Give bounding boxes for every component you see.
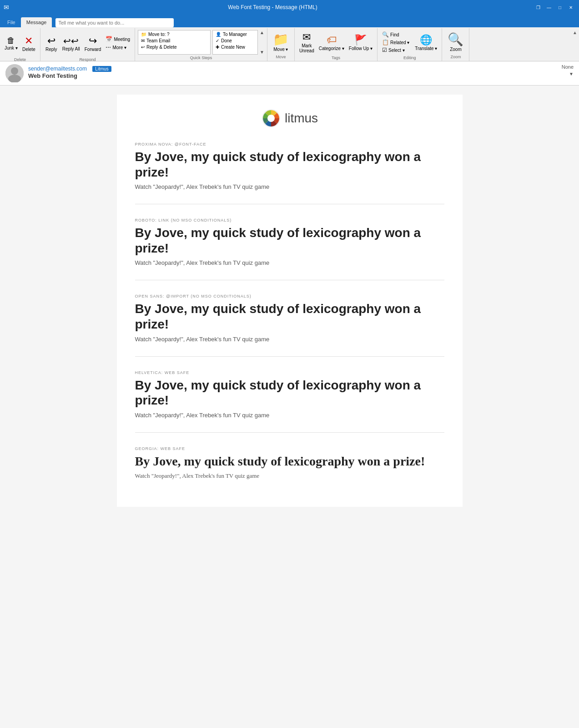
forward-button[interactable]: ↪ Forward [83, 30, 103, 56]
quick-step-move[interactable]: 📁 Move to: ? [139, 31, 209, 37]
quick-step-team-email[interactable]: ✉ Team Email [139, 38, 209, 44]
font-section-georgia: GEORGIA: WEB SAFE By Jove, my quick stud… [135, 446, 444, 494]
sender-avatar [5, 64, 24, 82]
ribbon-section: 🗑 Junk ▾ ✕ Delete Delete ↩ Reply ↩↩ [0, 28, 579, 61]
georgia-subtext: Watch "Jeopardy!", Alex Trebek's fun TV … [135, 472, 444, 480]
more-button[interactable]: ⋯ More ▾ [104, 44, 132, 51]
quick-steps-panel: 📁 Move to: ? ✉ Team Email ↩ Reply & Dele… [138, 30, 211, 55]
email-info: sender@emailtests.com Litmus Web Font Te… [28, 64, 557, 79]
georgia-heading: By Jove, my quick study of lexicography … [135, 454, 444, 469]
respond-group-label: Respond [79, 57, 96, 62]
opensans-label: OPEN SANS: @IMPORT (NO MSO CONDITIONALS) [135, 294, 444, 298]
find-button[interactable]: 🔍 Find [380, 31, 411, 38]
zoom-group: 🔍 Zoom Zoom [442, 28, 469, 61]
sender-tag: Litmus [92, 66, 111, 72]
minimize-button[interactable]: — [544, 3, 554, 12]
tab-search-area [55, 18, 574, 27]
ribbon: 🗑 Junk ▾ ✕ Delete Delete ↩ Reply ↩↩ [0, 27, 579, 61]
delete-group-label: Delete [14, 57, 26, 62]
mark-unread-button[interactable]: ✉ MarkUnread [297, 30, 316, 55]
email-sender-line: sender@emailtests.com Litmus [28, 64, 557, 72]
email-subject: Web Font Testing [28, 72, 557, 79]
quick-step-done[interactable]: ✓ Done [214, 38, 257, 44]
proxima-label: PROXIMA NOVA: @FONT-FACE [135, 142, 444, 147]
roboto-label: ROBOTO: LINK (NO MSO CONDITIONALS) [135, 218, 444, 222]
opensans-subtext: Watch "Jeopardy!", Alex Trebek's fun TV … [135, 336, 444, 343]
close-button[interactable]: ✕ [566, 3, 575, 12]
georgia-label: GEORGIA: WEB SAFE [135, 446, 444, 451]
tab-message[interactable]: Message [21, 17, 52, 27]
svg-point-4 [267, 115, 275, 122]
reply-button[interactable]: ↩ Reply [43, 30, 60, 56]
related-button[interactable]: 📋 Related ▾ [380, 39, 411, 46]
zoom-button[interactable]: 🔍 Zoom [445, 30, 466, 54]
opensans-heading: By Jove, my quick study of lexicography … [135, 301, 444, 332]
move-label: Move [276, 55, 286, 59]
quick-steps-label: Quick Steps [190, 56, 212, 60]
quick-step-create-new[interactable]: ✚ Create New [214, 44, 257, 50]
sender-email: sender@emailtests.com [28, 66, 87, 72]
app-icon: ✉ [4, 4, 9, 11]
proxima-heading: By Jove, my quick study of lexicography … [135, 149, 444, 180]
reply-all-button[interactable]: ↩↩ Reply All [60, 30, 82, 56]
window-controls: ❐ — □ ✕ [534, 3, 575, 12]
respond-group: ↩ Reply ↩↩ Reply All ↪ Forward 📅 Meeting [40, 28, 135, 61]
quick-step-to-manager[interactable]: 👤 To Manager [214, 31, 257, 37]
title-bar: ✉ Web Font Testing - Message (HTML) ❐ — … [0, 0, 579, 15]
litmus-logo: litmus [135, 108, 444, 128]
email-expand-button[interactable]: ▼ [569, 71, 574, 76]
ribbon-collapse-button[interactable]: ▲ [573, 28, 579, 61]
font-section-roboto: ROBOTO: LINK (NO MSO CONDITIONALS) By Jo… [135, 218, 444, 280]
email-content: litmus PROXIMA NOVA: @FONT-FACE By Jove,… [0, 86, 579, 728]
email-header-right: None ▼ [562, 64, 574, 76]
search-input[interactable] [55, 18, 174, 27]
email-none-label: None [562, 64, 574, 70]
quick-step-reply-delete[interactable]: ↩ Reply & Delete [139, 44, 209, 50]
roboto-subtext: Watch "Jeopardy!", Alex Trebek's fun TV … [135, 259, 444, 266]
move-group: 📁 Move ▾ Move [267, 28, 295, 61]
quick-steps-up[interactable]: ▲ [260, 30, 264, 35]
font-section-proxima: PROXIMA NOVA: @FONT-FACE By Jove, my qui… [135, 142, 444, 204]
move-button[interactable]: 📁 Move ▾ [270, 30, 292, 54]
proxima-subtext: Watch "Jeopardy!", Alex Trebek's fun TV … [135, 183, 444, 190]
window-title: Web Font Testing - Message (HTML) [12, 4, 534, 10]
svg-point-1 [11, 67, 18, 75]
litmus-logo-icon [261, 108, 281, 128]
delete-button[interactable]: ✕ Delete [20, 30, 37, 56]
quick-steps-group: 📁 Move to: ? ✉ Team Email ↩ Reply & Dele… [135, 28, 267, 61]
roboto-heading: By Jove, my quick study of lexicography … [135, 225, 444, 256]
email-header: sender@emailtests.com Litmus Web Font Te… [0, 61, 579, 86]
maximize-button[interactable]: □ [555, 3, 564, 12]
helvetica-heading: By Jove, my quick study of lexicography … [135, 378, 444, 408]
editing-label: Editing [403, 56, 416, 60]
tags-group: ✉ MarkUnread 🏷 Categorize ▾ 🚩 Follow Up … [295, 28, 378, 61]
quick-steps-down[interactable]: ▼ [260, 50, 264, 55]
tags-label: Tags [332, 56, 340, 60]
tab-bar: File Message [0, 15, 579, 27]
helvetica-subtext: Watch "Jeopardy!", Alex Trebek's fun TV … [135, 412, 444, 419]
editing-group: 🔍 Find 📋 Related ▾ ☑ Select ▾ 🌐 Translat… [378, 28, 442, 61]
junk-button[interactable]: 🗑 Junk ▾ [3, 30, 20, 56]
font-section-helvetica: HELVETICA: WEB SAFE By Jove, my quick st… [135, 370, 444, 433]
quick-steps-panel-2: 👤 To Manager ✓ Done ✚ Create New [212, 30, 258, 55]
zoom-label: Zoom [450, 55, 461, 59]
follow-up-button[interactable]: 🚩 Follow Up ▾ [347, 30, 374, 55]
helvetica-label: HELVETICA: WEB SAFE [135, 370, 444, 375]
font-section-opensans: OPEN SANS: @IMPORT (NO MSO CONDITIONALS)… [135, 294, 444, 356]
help-button[interactable]: ❐ [534, 3, 543, 12]
content-area: litmus PROXIMA NOVA: @FONT-FACE By Jove,… [0, 86, 579, 728]
litmus-logo-text: litmus [285, 111, 318, 126]
translate-button[interactable]: 🌐 Translate ▾ [413, 30, 439, 55]
categorize-button[interactable]: 🏷 Categorize ▾ [317, 30, 346, 55]
font-sections: PROXIMA NOVA: @FONT-FACE By Jove, my qui… [135, 142, 444, 493]
select-button[interactable]: ☑ Select ▾ [380, 46, 411, 54]
tab-file[interactable]: File [2, 17, 21, 27]
meeting-button[interactable]: 📅 Meeting [104, 35, 132, 43]
email-body: litmus PROXIMA NOVA: @FONT-FACE By Jove,… [117, 95, 463, 507]
